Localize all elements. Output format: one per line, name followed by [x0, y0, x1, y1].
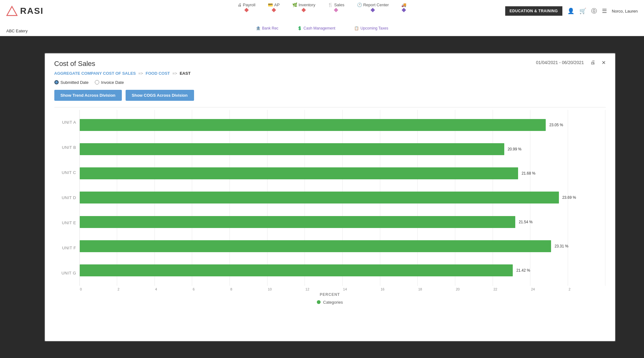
- bar-value-label: 21.54 %: [519, 220, 533, 224]
- y-axis-label: UNIT F: [62, 246, 76, 250]
- report-header: Cost of Sales 01/04/2021 - 06/20/2021 🖨 …: [54, 60, 606, 68]
- bar-fill: 23.69 %: [80, 192, 559, 203]
- sub-nav-cash-management[interactable]: 💲 Cash Management: [297, 26, 335, 30]
- bar-row: 21.54 %: [80, 214, 606, 230]
- report-center-icon: 🕐: [357, 3, 362, 7]
- radio-invoice-label: Invoice Date: [101, 80, 124, 85]
- education-training-button[interactable]: EDUCATION & TRAINING: [505, 6, 562, 16]
- nav-truck[interactable]: 🚚: [401, 3, 406, 12]
- bar-fill: 21.42 %: [80, 264, 513, 276]
- x-tick: 4: [154, 287, 192, 291]
- payroll-label: Payroll: [243, 3, 256, 7]
- nav-right: EDUCATION & TRAINING 👤 🛒 ⓪ ☰ Norco, Laur…: [505, 6, 638, 16]
- sub-nav-upcoming-taxes[interactable]: 📋 Upcoming Taxes: [354, 26, 388, 30]
- x-tick: 2: [568, 287, 606, 291]
- radio-invoice-date[interactable]: Invoice Date: [95, 80, 124, 85]
- x-tick: 22: [493, 287, 530, 291]
- ap-icon: 💳: [268, 3, 273, 7]
- show-trend-button[interactable]: Show Trend Across Division: [54, 90, 122, 101]
- close-icon[interactable]: ✕: [602, 60, 606, 66]
- menu-icon[interactable]: ☰: [602, 8, 607, 14]
- inventory-diamond: [301, 8, 306, 12]
- sales-icon: 🍴: [328, 3, 333, 7]
- company-name: ABC Eatery: [6, 29, 28, 33]
- nav-ap[interactable]: 💳 AP: [268, 3, 279, 12]
- main-nav: 🖨 Payroll 💳 AP 🌿 Inventory: [238, 3, 407, 12]
- x-tick: 20: [455, 287, 493, 291]
- chart-inner: UNIT AUNIT BUNIT CUNIT DUNIT EUNIT FUNIT…: [54, 110, 606, 305]
- bar-row: 23.69 %: [80, 190, 606, 205]
- x-axis: 0246810121416182022242: [79, 286, 606, 291]
- bank-rec-label: Bank Rec: [262, 26, 279, 30]
- bar-row: 21.42 %: [80, 263, 606, 278]
- bar-row: 20.99 %: [80, 141, 606, 157]
- radio-invoice-input[interactable]: [95, 80, 99, 84]
- report-date: 01/04/2021 - 06/20/2021: [536, 60, 584, 65]
- bank-rec-icon: 🏦: [256, 26, 261, 30]
- top-nav: RASI 🖨 Payroll 💳 AP: [0, 0, 644, 36]
- ap-diamond: [272, 8, 276, 12]
- nav-report-center[interactable]: 🕐 Report Center: [357, 3, 389, 12]
- x-tick: 18: [418, 287, 455, 291]
- legend-dot: [317, 300, 321, 304]
- sub-nav-bank-rec[interactable]: 🏦 Bank Rec: [256, 26, 279, 30]
- profile-icon[interactable]: 👤: [567, 8, 574, 14]
- chart-bars-area: UNIT AUNIT BUNIT CUNIT DUNIT EUNIT FUNIT…: [54, 110, 606, 286]
- x-axis-title: PERCENT: [54, 292, 606, 297]
- truck-icon: 🚚: [401, 3, 406, 7]
- nav-inventory[interactable]: 🌿 Inventory: [292, 3, 315, 12]
- bar-row: 21.68 %: [80, 165, 606, 181]
- breadcrumb-arrow2: =>: [172, 71, 177, 76]
- show-cogs-button[interactable]: Show COGS Across Division: [126, 90, 194, 101]
- report-card: Cost of Sales 01/04/2021 - 06/20/2021 🖨 …: [44, 53, 616, 342]
- bar-value-label: 21.68 %: [522, 171, 535, 176]
- breadcrumb-level1[interactable]: AGGREGATE COMPANY COST OF SALES: [54, 71, 136, 76]
- cart-icon[interactable]: 🛒: [579, 8, 586, 14]
- x-tick: 24: [530, 287, 568, 291]
- inventory-icon: 🌿: [292, 3, 297, 7]
- bar-value-label: 23.69 %: [562, 195, 576, 200]
- breadcrumb-level2[interactable]: FOOD COST: [146, 71, 170, 76]
- x-tick: 14: [343, 287, 380, 291]
- bar-value-label: 21.42 %: [516, 268, 530, 273]
- radio-submitted-label: Submitted Date: [61, 80, 89, 85]
- report-center-diamond: [371, 8, 375, 12]
- cash-mgmt-label: Cash Management: [304, 26, 335, 30]
- logo-area: RASI: [6, 5, 44, 17]
- bars-wrapper: 23.05 %20.99 %21.68 %23.69 %21.54 %23.31…: [80, 110, 606, 286]
- ap-label: AP: [274, 3, 279, 7]
- main-area: Cost of Sales 01/04/2021 - 06/20/2021 🖨 …: [16, 36, 644, 358]
- y-axis-label: UNIT E: [62, 220, 76, 225]
- x-tick: 0: [79, 287, 117, 291]
- report-center-label: Report Center: [363, 3, 389, 7]
- breadcrumb-level3: EAST: [180, 71, 191, 76]
- y-axis-label: UNIT G: [62, 271, 76, 275]
- logo-text: RASI: [20, 6, 44, 16]
- upcoming-taxes-icon: 📋: [354, 26, 359, 30]
- svg-marker-0: [7, 7, 17, 16]
- logo-icon: [6, 5, 18, 17]
- nav-sales[interactable]: 🍴 Sales: [328, 3, 344, 12]
- x-tick: 10: [267, 287, 305, 291]
- bar-value-label: 23.05 %: [549, 123, 563, 127]
- chart-legend: Categories: [54, 300, 606, 305]
- print-icon[interactable]: 🖨: [590, 60, 595, 65]
- bar-fill: 21.54 %: [80, 216, 516, 228]
- help-icon[interactable]: ⓪: [591, 7, 597, 15]
- nav-payroll[interactable]: 🖨 Payroll: [238, 3, 256, 12]
- x-tick: 6: [192, 287, 230, 291]
- payroll-diamond: [244, 8, 249, 12]
- y-axis-label: UNIT D: [62, 195, 76, 200]
- bar-fill: 20.99 %: [80, 143, 504, 155]
- sales-diamond: [334, 8, 338, 12]
- radio-submitted-input[interactable]: [54, 80, 59, 84]
- bars-grid: 23.05 %20.99 %21.68 %23.69 %21.54 %23.31…: [79, 110, 606, 286]
- y-axis-label: UNIT B: [62, 145, 76, 150]
- radio-date-group: Submitted Date Invoice Date: [54, 80, 606, 85]
- breadcrumb: AGGREGATE COMPANY COST OF SALES => FOOD …: [54, 71, 606, 76]
- radio-submitted-date[interactable]: Submitted Date: [54, 80, 89, 85]
- bar-fill: 23.05 %: [80, 119, 546, 131]
- bar-row: 23.31 %: [80, 238, 606, 254]
- bar-fill: 21.68 %: [80, 167, 518, 179]
- chart-container: UNIT AUNIT BUNIT CUNIT DUNIT EUNIT FUNIT…: [54, 110, 606, 305]
